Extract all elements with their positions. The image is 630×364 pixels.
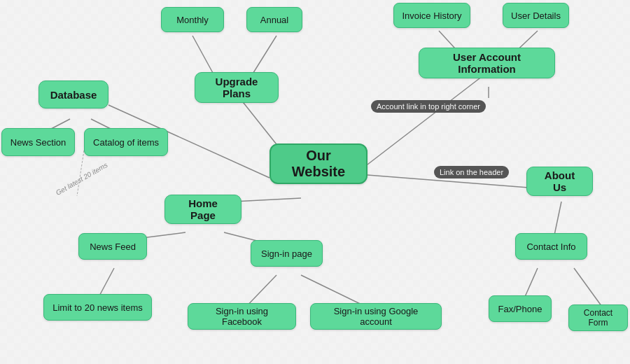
node-invoice-history[interactable]: Invoice History bbox=[393, 3, 470, 28]
node-annual[interactable]: Annual bbox=[246, 7, 302, 32]
node-monthly[interactable]: Monthly bbox=[161, 7, 224, 32]
node-signin-google[interactable]: Sign-in using Google account bbox=[310, 303, 442, 330]
label-get-latest: Get latest 20 items bbox=[55, 161, 109, 197]
node-contact-info[interactable]: Contact Info bbox=[515, 233, 587, 260]
node-home-page[interactable]: Home Page bbox=[164, 195, 241, 224]
svg-line-2 bbox=[368, 71, 489, 164]
node-signin-page[interactable]: Sign-in page bbox=[251, 240, 323, 267]
node-news-feed[interactable]: News Feed bbox=[78, 233, 147, 260]
node-our-website[interactable]: Our Website bbox=[270, 144, 368, 184]
node-limit-news[interactable]: Limit to 20 news items bbox=[43, 294, 152, 321]
node-upgrade-plans[interactable]: Upgrade Plans bbox=[195, 72, 279, 103]
label-account-link: Account link in top right corner bbox=[371, 100, 486, 113]
node-catalog[interactable]: Catalog of items bbox=[84, 128, 168, 156]
label-link-header: Link on the header bbox=[434, 166, 509, 178]
node-database[interactable]: Database bbox=[38, 80, 108, 108]
node-about-us[interactable]: About Us bbox=[526, 167, 593, 196]
node-fax-phone[interactable]: Fax/Phone bbox=[489, 295, 552, 322]
node-signin-facebook[interactable]: Sign-in using Facebook bbox=[188, 303, 296, 330]
node-user-account[interactable]: User Account Information bbox=[419, 48, 555, 78]
node-contact-form[interactable]: Contact Form bbox=[568, 304, 628, 331]
node-user-details[interactable]: User Details bbox=[503, 3, 569, 28]
node-news-section[interactable]: News Section bbox=[1, 128, 75, 156]
